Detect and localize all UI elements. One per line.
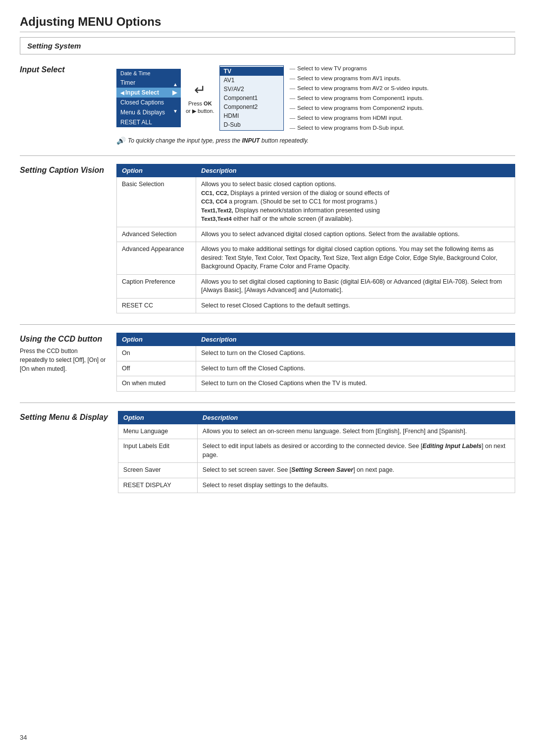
menu-display-table: Option Description Menu Language Allows … [118,411,515,494]
desc-on-muted: Select to turn on the Closed Captions wh… [196,376,515,392]
desc-reset-cc: Select to reset Closed Captions to the d… [196,298,515,313]
input-desc-av1: — Select to view programs from AV1 input… [288,73,429,83]
separator-1 [20,155,515,156]
arrow-left-icon: ◀ [120,90,124,96]
menu-item-resetall: RESET ALL [116,117,181,127]
caption-col-desc: Description [196,164,515,177]
desc-caption-preference: Allows you to set digital closed caption… [196,274,515,298]
input-item-component2: Component2 [220,102,283,111]
caption-vision-label: Setting Caption Vision [20,164,107,175]
table-row: Advanced Appearance Allows you to make a… [117,242,515,275]
input-item-hdmi: HDMI [220,111,283,120]
page-title: Adjusting MENU Options [20,15,515,32]
option-menu-language: Menu Language [118,424,197,439]
option-screen-saver: Screen Saver [118,463,197,478]
option-reset-display: RESET DISPLAY [118,478,197,493]
ok-button-area: ↵ Press OKor ▶ button. [181,82,219,114]
ok-arrow-icon: ↵ [194,82,206,98]
input-desc-svav2: — Select to view programs from AV2 or S-… [288,83,429,93]
ccd-col-option: Option [117,333,196,346]
desc-basic-selection: Allows you to select basic closed captio… [196,177,515,227]
table-row: Caption Preference Allows you to set dig… [117,274,515,298]
caption-vision-table: Option Description Basic Selection Allow… [116,164,515,313]
desc-on: Select to turn on the Closed Captions. [196,346,515,361]
menu-display-label: Setting Menu & Display [20,411,108,422]
arrow-up-icon: ▲ [173,82,178,87]
menu-display-section: Setting Menu & Display Option Descriptio… [20,411,515,494]
option-advanced-selection: Advanced Selection [117,227,196,242]
ccd-content: Option Description On Select to turn on … [116,333,515,392]
input-item-sv-av2: SV/AV2 [220,85,283,94]
menu-item-datetime: Date & Time [116,69,181,78]
caption-vision-section: Setting Caption Vision Option Descriptio… [20,164,515,313]
menu-item-menudisplays: Menu & Displays [116,107,181,117]
caption-col-option: Option [117,164,196,177]
ccd-left-area: Using the CCD button Press the CCD butto… [20,333,107,373]
input-item-dsub: D-Sub [220,120,283,129]
separator-3 [20,403,515,403]
option-input-labels: Input Labels Edit [118,439,197,463]
option-reset-cc: RESET CC [117,298,196,313]
table-row: Basic Selection Allows you to select bas… [117,177,515,227]
menu-display-content: Option Description Menu Language Allows … [118,411,515,494]
option-on-muted: On when muted [117,376,196,392]
speaker-icon: 🔊 [116,137,125,145]
input-desc-component2: — Select to view programs from Component… [288,103,429,113]
input-item-component1: Component1 [220,94,283,102]
setting-system-box: Setting System [20,37,515,54]
input-descriptions: — Select to view TV programs — Select to… [288,63,429,133]
menu-col-desc: Description [197,411,515,424]
input-desc-component1: — Select to view programs from Component… [288,93,429,103]
ccd-col-desc: Description [196,333,515,346]
input-desc-hdmi: — Select to view programs from HDMI inpu… [288,113,429,123]
menu-item-timer: Timer ▲ [116,78,181,88]
desc-off: Select to turn off the Closed Captions. [196,361,515,376]
input-select-content: Date & Time Timer ▲ ◀ Input Select ▶ Clo… [116,63,515,145]
table-row: Input Labels Edit Select to edit input l… [118,439,515,463]
page-number: 34 [20,734,27,741]
desc-screen-saver: Select to set screen saver. See [Setting… [197,463,515,478]
table-row: Advanced Selection Allows you to select … [117,227,515,242]
menu-box: Date & Time Timer ▲ ◀ Input Select ▶ Clo… [116,69,181,127]
table-row: Off Select to turn off the Closed Captio… [117,361,515,376]
table-row: On Select to turn on the Closed Captions… [117,346,515,361]
table-row: On when muted Select to turn on the Clos… [117,376,515,392]
separator-2 [20,324,515,325]
desc-advanced-appearance: Allows you to make additional settings f… [196,242,515,275]
desc-reset-display: Select to reset display settings to the … [197,478,515,493]
input-item-av1: AV1 [220,76,283,85]
option-basic-selection: Basic Selection [117,177,196,227]
option-advanced-appearance: Advanced Appearance [117,242,196,275]
option-on: On [117,346,196,361]
arrow-right-icon: ▶ [172,89,177,96]
ok-text: Press OKor ▶ button. [186,100,214,114]
menu-col-option: Option [118,411,197,424]
ccd-button-label: Using the CCD button [20,333,107,344]
input-select-note: 🔊 To quickly change the input type, pres… [116,137,515,145]
ccd-table: Option Description On Select to turn on … [116,333,515,392]
option-caption-preference: Caption Preference [117,274,196,298]
input-desc-dsub: — Select to view programs from D-Sub inp… [288,123,429,133]
table-row: RESET DISPLAY Select to reset display se… [118,478,515,493]
table-row: RESET CC Select to reset Closed Captions… [117,298,515,313]
option-off: Off [117,361,196,376]
ccd-button-section: Using the CCD button Press the CCD butto… [20,333,515,392]
arrow-down-icon: ▼ [173,108,178,114]
desc-advanced-selection: Allows you to select advanced digital cl… [196,227,515,242]
caption-vision-content: Option Description Basic Selection Allow… [116,164,515,313]
menu-item-closedcaptions: Closed Captions ▼ [116,98,181,107]
input-select-label: Input Select [20,63,107,74]
input-select-diagram: Date & Time Timer ▲ ◀ Input Select ▶ Clo… [116,63,515,133]
desc-menu-language: Allows you to select an on-screen menu l… [197,424,515,439]
menu-item-inputselect: ◀ Input Select ▶ [116,88,181,98]
input-desc-tv: — Select to view TV programs [288,63,429,73]
ccd-button-desc: Press the CCD button repeatedly to selec… [20,347,107,373]
setting-system-title: Setting System [27,42,508,50]
desc-input-labels: Select to edit input labels as desired o… [197,439,515,463]
input-select-section: Input Select Date & Time Timer ▲ ◀ Input… [20,63,515,145]
table-row: Menu Language Allows you to select an on… [118,424,515,439]
input-list-box: TV AV1 SV/AV2 Component1 Component2 HDMI… [219,65,284,131]
input-item-tv: TV [220,67,283,76]
table-row: Screen Saver Select to set screen saver.… [118,463,515,478]
